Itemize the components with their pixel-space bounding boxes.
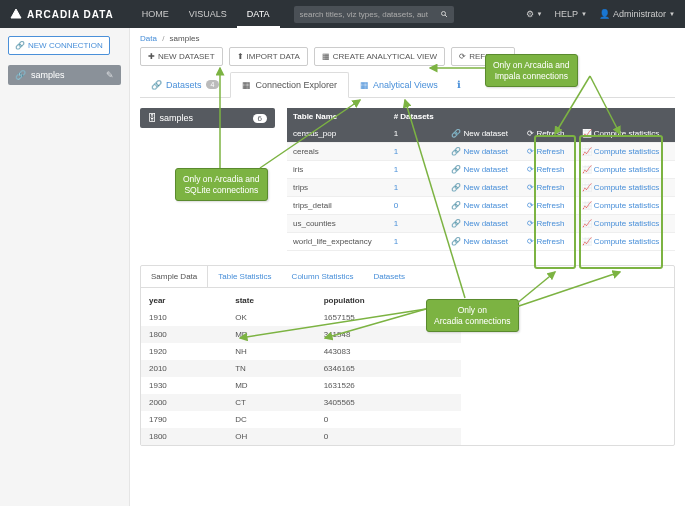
subtab-column-statistics[interactable]: Column Statistics [282, 266, 364, 287]
cell-population: 0 [316, 411, 461, 428]
caret-down-icon: ▼ [581, 11, 587, 17]
detail-section: Sample Data Table Statistics Column Stat… [140, 265, 675, 446]
cell-state: TN [227, 360, 315, 377]
cell-population: 443083 [316, 343, 461, 360]
cell-state: CT [227, 394, 315, 411]
table-row[interactable]: world_life_expectancy1🔗 New dataset⟳ Ref… [287, 233, 675, 251]
new-dataset-link[interactable]: 🔗 New dataset [451, 201, 507, 210]
cell-count: 1 [388, 215, 446, 233]
table-row[interactable]: census_pop1🔗 New dataset⟳ Refresh📈 Compu… [287, 125, 675, 143]
grid-icon: ▦ [322, 52, 330, 61]
new-dataset-link[interactable]: 🔗 New dataset [451, 165, 507, 174]
info-icon[interactable]: ℹ [457, 79, 461, 90]
table-row: 2010TN6346165 [141, 360, 461, 377]
table-row[interactable]: trips_detail0🔗 New dataset⟳ Refresh📈 Com… [287, 197, 675, 215]
tab-views-label: Analytical Views [373, 80, 438, 90]
tab-datasets-badge: 4 [206, 80, 220, 89]
cell-year: 1930 [141, 377, 227, 394]
cell-population: 0 [316, 428, 461, 445]
link-icon: 🔗 [15, 41, 25, 50]
new-dataset-link[interactable]: 🔗 New dataset [451, 237, 507, 246]
help-menu[interactable]: HELP▼ [555, 9, 587, 19]
tab-explorer-label: Connection Explorer [255, 80, 337, 90]
compute-stats-link[interactable]: 📈 Compute statistics [582, 129, 659, 138]
new-connection-button[interactable]: 🔗 NEW CONNECTION [8, 36, 110, 55]
compute-stats-link[interactable]: 📈 Compute statistics [582, 165, 659, 174]
new-dataset-link[interactable]: 🔗 New dataset [451, 129, 507, 138]
tab-datasets-label: Datasets [166, 80, 202, 90]
table-row[interactable]: iris1🔗 New dataset⟳ Refresh📈 Compute sta… [287, 161, 675, 179]
chart-icon: 📈 [582, 219, 592, 228]
cell-count: 0 [388, 197, 446, 215]
import-data-button[interactable]: ⬆IMPORT DATA [229, 47, 308, 66]
new-dataset-link[interactable]: 🔗 New dataset [451, 147, 507, 156]
breadcrumb-root[interactable]: Data [140, 34, 157, 43]
sidebar-item-samples[interactable]: 🔗 samples ✎ [8, 65, 121, 85]
refresh-link[interactable]: ⟳ Refresh [527, 129, 564, 138]
svg-line-1 [445, 15, 447, 17]
user-label: Administrator [613, 9, 666, 19]
search-icon [440, 10, 448, 18]
chart-icon: 📈 [582, 129, 592, 138]
detail-tabs: Sample Data Table Statistics Column Stat… [141, 266, 674, 288]
cell-population: 3405565 [316, 394, 461, 411]
user-menu[interactable]: 👤Administrator▼ [599, 9, 675, 19]
user-icon: 👤 [599, 9, 610, 19]
subtab-table-statistics[interactable]: Table Statistics [208, 266, 281, 287]
cell-name: trips_detail [287, 197, 388, 215]
compute-stats-link[interactable]: 📈 Compute statistics [582, 183, 659, 192]
table-row: 1800MD341548 [141, 326, 461, 343]
subtab-datasets[interactable]: Datasets [363, 266, 415, 287]
pencil-icon[interactable]: ✎ [106, 70, 114, 80]
col-state: state [227, 292, 315, 309]
compute-stats-link[interactable]: 📈 Compute statistics [582, 219, 659, 228]
sidebar-item-label: samples [31, 70, 65, 80]
database-count: 6 [253, 114, 267, 123]
cell-name: census_pop [287, 125, 388, 143]
refresh-icon: ⟳ [527, 237, 534, 246]
upload-icon: ⬆ [237, 52, 244, 61]
link-icon: 🔗 [451, 237, 461, 246]
refresh-link[interactable]: ⟳ Refresh [527, 201, 564, 210]
create-view-label: CREATE ANALYTICAL VIEW [333, 52, 437, 61]
search-input[interactable] [294, 6, 434, 23]
new-dataset-link[interactable]: 🔗 New dataset [451, 219, 507, 228]
tab-connection-explorer[interactable]: ▦ Connection Explorer [230, 72, 349, 98]
tab-analytical-views[interactable]: ▦ Analytical Views [349, 73, 449, 97]
tab-datasets[interactable]: 🔗 Datasets 4 [140, 73, 230, 97]
compute-stats-link[interactable]: 📈 Compute statistics [582, 201, 659, 210]
subtab-sample-data[interactable]: Sample Data [141, 266, 208, 287]
table-row: 1800OH0 [141, 428, 461, 445]
annotation-sqlite: Only on Arcadia and SQLite connections [175, 168, 268, 201]
nav-visuals[interactable]: VISUALS [179, 0, 237, 28]
col-table-name: Table Name [287, 108, 388, 125]
gear-icon: ⚙ [526, 9, 534, 19]
settings-menu[interactable]: ⚙▼ [526, 9, 543, 19]
refresh-link[interactable]: ⟳ Refresh [527, 237, 564, 246]
cell-year: 2010 [141, 360, 227, 377]
nav-home[interactable]: HOME [132, 0, 179, 28]
cell-year: 1800 [141, 326, 227, 343]
new-dataset-button[interactable]: ✚NEW DATASET [140, 47, 223, 66]
new-dataset-link[interactable]: 🔗 New dataset [451, 183, 507, 192]
refresh-icon: ⟳ [527, 165, 534, 174]
compute-stats-link[interactable]: 📈 Compute statistics [582, 147, 659, 156]
create-view-button[interactable]: ▦CREATE ANALYTICAL VIEW [314, 47, 445, 66]
table-row[interactable]: cereals1🔗 New dataset⟳ Refresh📈 Compute … [287, 143, 675, 161]
search-button[interactable] [434, 6, 454, 23]
refresh-link[interactable]: ⟳ Refresh [527, 183, 564, 192]
svg-point-0 [441, 12, 445, 16]
refresh-link[interactable]: ⟳ Refresh [527, 219, 564, 228]
refresh-link[interactable]: ⟳ Refresh [527, 147, 564, 156]
compute-stats-link[interactable]: 📈 Compute statistics [582, 237, 659, 246]
table-row[interactable]: trips1🔗 New dataset⟳ Refresh📈 Compute st… [287, 179, 675, 197]
topbar-right: ⚙▼ HELP▼ 👤Administrator▼ [526, 9, 675, 19]
refresh-link[interactable]: ⟳ Refresh [527, 165, 564, 174]
chart-icon: 📈 [582, 147, 592, 156]
database-item-samples[interactable]: 🗄 samples 6 [140, 108, 275, 128]
cell-name: world_life_expectancy [287, 233, 388, 251]
cell-year: 1790 [141, 411, 227, 428]
table-row[interactable]: us_counties1🔗 New dataset⟳ Refresh📈 Comp… [287, 215, 675, 233]
nav-data[interactable]: DATA [237, 0, 280, 28]
cell-name: us_counties [287, 215, 388, 233]
